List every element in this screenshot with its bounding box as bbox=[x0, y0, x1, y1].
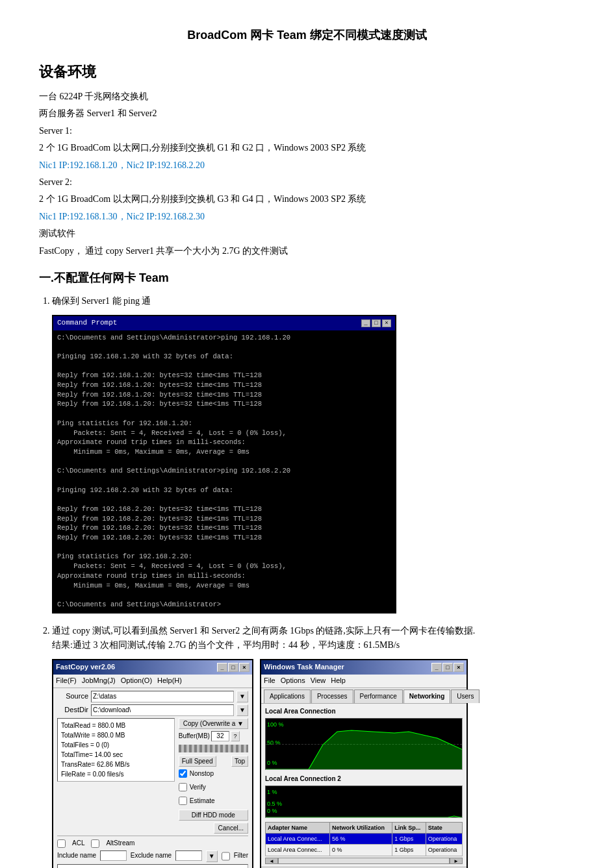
taskmgr-maximize-btn[interactable]: □ bbox=[442, 663, 453, 672]
cmd-line-2: Reply from 192.168.1.20: bytes=32 time<1… bbox=[57, 371, 391, 380]
fc-bottom-section: ACL AltStream Include name Exclude name … bbox=[57, 836, 248, 868]
list-item-1-text: 确保到 Server1 能 ping 通 bbox=[52, 296, 151, 306]
fc-nonstop-checkbox[interactable] bbox=[179, 769, 187, 778]
taskmgr-close-btn[interactable]: × bbox=[454, 663, 464, 672]
taskmgr-tabs: Applications Processes Performance Netwo… bbox=[261, 688, 467, 704]
cmd-line-15: Reply from 192.168.2.20: bytes=32 time<1… bbox=[57, 533, 391, 543]
page-title: BroadCom 网卡 Team 绑定不同模式速度测试 bbox=[39, 26, 575, 45]
cmd-line-3: Reply from 192.168.1.20: bytes=32 time<1… bbox=[57, 380, 391, 390]
fc-estimate-row: Estimate bbox=[179, 796, 248, 806]
fc-filter-btn-1[interactable]: ▼ bbox=[206, 850, 218, 862]
source-row: Source ▼ bbox=[57, 691, 248, 702]
fc-buffer-help-btn[interactable]: ? bbox=[231, 731, 240, 741]
menu-option[interactable]: Option(O) bbox=[121, 675, 152, 687]
list-item-2-result: 结果:通过 3 次相同测试,传输 2.7G 的当个文件，平均用时：44 秒，平均… bbox=[52, 640, 400, 650]
chart1-svg bbox=[266, 719, 462, 769]
fc-cancel-btn[interactable]: Cancel... bbox=[214, 823, 248, 834]
cmd-maximize-btn[interactable]: □ bbox=[372, 319, 381, 327]
source-browse-btn[interactable]: ▼ bbox=[237, 691, 248, 702]
fastcopy-minimize-btn[interactable]: _ bbox=[217, 663, 227, 672]
network-table: Adapter Name Network Utilization Link Sp… bbox=[265, 822, 463, 856]
connection1-title: Local Area Connection bbox=[265, 706, 463, 717]
row1-link: 1 Gbps bbox=[392, 833, 426, 844]
cmd-line-blank6 bbox=[57, 495, 391, 504]
fc-diff-hdd-btn[interactable]: Diff HDD mode bbox=[179, 810, 248, 821]
cmd-minimize-btn[interactable]: _ bbox=[361, 319, 370, 327]
taskmgr-minimize-btn[interactable]: _ bbox=[431, 663, 442, 672]
cmd-line-blank1 bbox=[57, 342, 391, 352]
row1-name: Local Area Connec... bbox=[266, 833, 330, 844]
fc-altstream-checkbox[interactable] bbox=[91, 839, 99, 848]
scroll-left-btn[interactable]: ◄ bbox=[265, 858, 278, 864]
cmd-line-20: C:\Documents and Settings\Administrator> bbox=[57, 600, 391, 610]
source-input[interactable] bbox=[91, 691, 234, 702]
cmd-close-btn[interactable]: × bbox=[382, 319, 391, 327]
row1-util: 56 % bbox=[330, 833, 392, 844]
taskmgr-menu-options[interactable]: Options bbox=[281, 675, 305, 687]
taskmgr-menu-file[interactable]: File bbox=[264, 675, 275, 687]
screenshots-row: FastCopy ver2.06 _ □ × File(F) JobMng(J)… bbox=[52, 659, 575, 868]
cmd-line-14: Reply from 192.168.2.20: bytes=32 time<1… bbox=[57, 523, 391, 533]
cmd-line-11: Pinging 192.168.2.20 with 32 bytes of da… bbox=[57, 486, 391, 495]
fc-include-row: Include name Exclude name ▼ Filter bbox=[57, 850, 248, 862]
cmd-line-9: Minimum = 0ms, Maximum = 0ms, Average = … bbox=[57, 447, 391, 457]
fc-buffer-input[interactable] bbox=[211, 731, 229, 741]
fc-filter-checkbox[interactable] bbox=[222, 850, 230, 862]
fastcopy-close-btn[interactable]: × bbox=[239, 663, 249, 672]
tab-networking[interactable]: Networking bbox=[403, 689, 450, 703]
row2-link: 1 Gbps bbox=[392, 845, 426, 856]
fc-copy-btn[interactable]: Copy (Overwrite a ▼ bbox=[179, 718, 248, 729]
cmd-line-13: Reply from 192.168.2.20: bytes=32 time<1… bbox=[57, 514, 391, 524]
fc-acl-checkbox[interactable] bbox=[57, 839, 66, 848]
menu-help[interactable]: Help(H) bbox=[157, 675, 182, 687]
connection2-chart: 1 % 0.5 % 0 % bbox=[265, 786, 463, 818]
tab-users[interactable]: Users bbox=[451, 689, 480, 703]
fc-estimate-checkbox[interactable] bbox=[179, 797, 187, 805]
section-heading-2: 一.不配置任何网卡 Team bbox=[39, 269, 575, 288]
fc-exclude-input[interactable] bbox=[175, 850, 202, 861]
env-line-9: 测试软件 bbox=[39, 227, 575, 241]
destdir-browse-btn[interactable]: ▼ bbox=[237, 704, 248, 716]
fc-exclude-name-label: Exclude name bbox=[131, 850, 172, 862]
row2-util: 0 % bbox=[330, 845, 392, 856]
fastcopy-title-text: FastCopy ver2.06 bbox=[56, 662, 115, 673]
scroll-right-btn[interactable]: ► bbox=[450, 858, 463, 864]
tab-processes[interactable]: Processes bbox=[311, 689, 353, 703]
fc-progress-bar bbox=[179, 745, 248, 752]
taskmgr-body: Local Area Connection 100 % 50 % 0 % Loc… bbox=[261, 704, 467, 867]
taskmgr-titlebar-btns: _ □ × bbox=[431, 663, 464, 672]
fc-filter-label: Filter bbox=[234, 850, 248, 862]
fc-acl-row: ACL AltStream bbox=[57, 838, 248, 849]
cmd-window: Command Prompt _ □ × C:\Documents and Se… bbox=[52, 315, 396, 614]
cmd-line-0: C:\Documents and Settings\Administrator>… bbox=[57, 333, 391, 343]
destdir-input[interactable] bbox=[91, 704, 234, 716]
stat-file-rate: FileRate = 0.00 files/s bbox=[61, 769, 171, 779]
fc-estimate-label: Estimate bbox=[190, 796, 215, 806]
chart2-svg bbox=[266, 786, 462, 817]
cmd-line-12: Reply from 192.168.2.20: bytes=32 time<1… bbox=[57, 504, 391, 514]
fc-fullspeed-btn[interactable]: Full Speed bbox=[179, 756, 216, 767]
connection1-chart: 100 % 50 % 0 % bbox=[265, 718, 463, 770]
env-line-6: Server 2: bbox=[39, 175, 575, 190]
fastcopy-maximize-btn[interactable]: □ bbox=[228, 663, 238, 672]
fastcopy-body: Source ▼ DestDir ▼ TotalRead = 880.0 MB bbox=[53, 688, 252, 868]
cmd-line-18: Approximate round trip times in milli-se… bbox=[57, 571, 391, 581]
menu-file[interactable]: File(F) bbox=[56, 675, 77, 687]
fc-buffer-row: Buffer(MB) ? bbox=[179, 731, 248, 741]
tab-applications[interactable]: Applications bbox=[264, 689, 311, 703]
th-adapter: Adapter Name bbox=[266, 822, 330, 833]
menu-jobmng[interactable]: JobMng(J) bbox=[82, 675, 116, 687]
taskmgr-menu-help[interactable]: Help bbox=[331, 675, 346, 687]
list-item-2-text: 通过 copy 测试,可以看到虽然 Server1 和 Server2 之间有两… bbox=[52, 626, 475, 636]
env-line-8: Nic1 IP:192.168.1.30，Nic2 IP:192.168.2.3… bbox=[39, 210, 575, 224]
fc-verify-checkbox[interactable] bbox=[179, 783, 187, 791]
fc-include-input[interactable] bbox=[100, 850, 127, 861]
section-heading-1: 设备环境 bbox=[39, 60, 575, 83]
taskmgr-window: Windows Task Manager _ □ × File Options … bbox=[260, 659, 468, 868]
env-line-7: 2 个 1G BroadCom 以太网口,分别接到交换机 G3 和 G4 口，W… bbox=[39, 192, 575, 206]
fc-top-btn[interactable]: Top bbox=[231, 756, 248, 767]
taskmgr-menu-view[interactable]: View bbox=[311, 675, 326, 687]
table-row-1: Local Area Connec... 56 % 1 Gbps Operati… bbox=[266, 833, 463, 844]
cmd-titlebar: Command Prompt _ □ × bbox=[53, 316, 395, 330]
tab-performance[interactable]: Performance bbox=[354, 689, 403, 703]
